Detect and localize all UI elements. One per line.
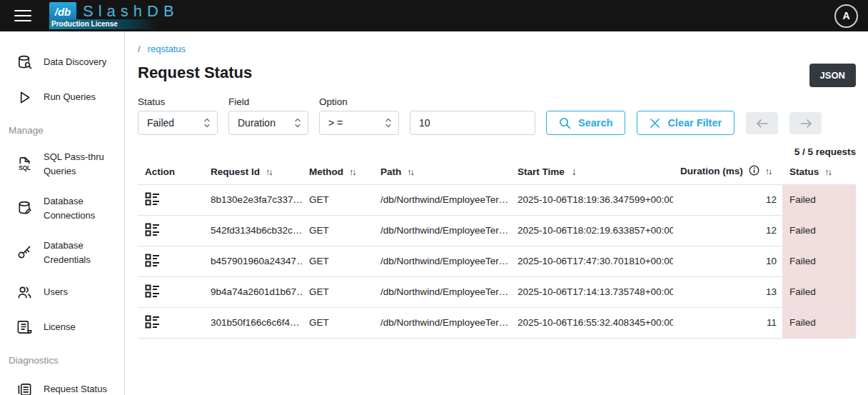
hamburger-menu-icon[interactable]: [14, 6, 31, 25]
sidebar-item-database-connections[interactable]: Database Connections: [0, 194, 124, 222]
svg-text:SQL: SQL: [19, 165, 31, 171]
report-icon: [16, 381, 33, 395]
sort-icon[interactable]: ↑↓: [266, 167, 272, 177]
logo-db-icon: /db: [49, 2, 76, 21]
request-id-cell: 8b130e2e3fa7c337…: [203, 184, 302, 215]
previous-page-button[interactable]: [746, 112, 778, 134]
sort-descending-icon[interactable]: ↓: [572, 166, 577, 177]
duration-cell: 12: [673, 215, 782, 246]
duration-cell: 11: [673, 307, 782, 338]
search-icon: [559, 117, 571, 129]
sidebar: Data Discovery Run Queries Manage SQL SQ…: [0, 31, 125, 395]
sidebar-item-label: Database Credentials: [44, 239, 121, 266]
request-id-cell: 301b50f166c6c6f4…: [203, 307, 302, 338]
field-select[interactable]: Duration: [228, 111, 308, 135]
search-button-label: Search: [578, 117, 612, 129]
sidebar-item-label: Data Discovery: [44, 55, 106, 69]
column-header-request-id[interactable]: Request Id↑↓: [203, 162, 302, 184]
sidebar-item-users[interactable]: Users: [0, 283, 124, 301]
path-cell: /db/Northwind/EmployeeTer…: [373, 246, 510, 276]
table-row: 301b50f166c6c6f4… GET /db/Northwind/Empl…: [138, 307, 856, 338]
method-cell: GET: [302, 307, 373, 338]
sidebar-section-manage: Manage: [0, 125, 124, 136]
sidebar-item-label: Users: [44, 285, 68, 299]
path-cell: /db/Northwind/EmployeeTer…: [373, 276, 510, 307]
column-header-method[interactable]: Method↑↓: [302, 162, 373, 184]
method-cell: GET: [302, 276, 373, 307]
start-time-cell: 2025-10-06T18:19:36.347599+00:00: [510, 184, 673, 215]
database-edit-icon: [16, 200, 33, 217]
clear-filter-button[interactable]: Clear Filter: [637, 111, 735, 135]
path-cell: /db/Northwind/EmployeeTer…: [373, 184, 510, 215]
page-title: Request Status: [138, 64, 252, 82]
sidebar-item-label: Run Queries: [44, 90, 96, 104]
start-time-cell: 2025-10-06T17:14:13.735748+00:00: [510, 276, 673, 307]
play-icon: [16, 89, 33, 106]
method-cell: GET: [302, 215, 373, 246]
sort-icon[interactable]: ↑↓: [824, 167, 831, 177]
column-header-start-time[interactable]: Start Time↓: [510, 162, 673, 184]
next-page-button[interactable]: [789, 112, 822, 134]
sidebar-item-label: Request Status: [44, 382, 107, 395]
license-scroll-icon: [16, 319, 33, 336]
duration-cell: 13: [673, 276, 782, 307]
sidebar-item-request-status[interactable]: Request Status: [0, 380, 124, 395]
json-button[interactable]: JSON: [809, 64, 856, 87]
sidebar-item-label: Database Connections: [44, 194, 121, 222]
option-select[interactable]: > =: [319, 111, 399, 135]
request-id-cell: 542fd3134b6cb32c…: [203, 215, 302, 246]
sidebar-item-database-credentials[interactable]: Database Credentials: [0, 239, 124, 266]
sidebar-item-run-queries[interactable]: Run Queries: [0, 88, 124, 106]
status-select[interactable]: Failed: [138, 111, 218, 135]
status-cell: Failed: [782, 215, 856, 246]
status-cell: Failed: [782, 307, 856, 338]
row-details-button[interactable]: [145, 221, 160, 239]
column-header-action: Action: [138, 162, 203, 184]
column-header-path[interactable]: Path↑↓: [373, 162, 510, 184]
clear-filter-button-label: Clear Filter: [667, 117, 722, 129]
duration-cell: 10: [673, 246, 782, 276]
user-avatar[interactable]: A: [834, 4, 858, 28]
table-row: 9b4a74a2601d1b67… GET /db/Northwind/Empl…: [138, 276, 856, 307]
request-id-cell: b457901960a24347…: [203, 246, 302, 276]
key-icon: [16, 244, 33, 261]
row-details-button[interactable]: [145, 252, 160, 269]
table-row: 8b130e2e3fa7c337… GET /db/Northwind/Empl…: [138, 184, 856, 215]
sidebar-item-sql-passthru-queries[interactable]: SQL SQL Pass-thru Queries: [0, 150, 124, 178]
status-cell: Failed: [782, 246, 856, 276]
status-cell: Failed: [782, 184, 856, 215]
method-cell: GET: [302, 246, 373, 276]
breadcrumb-link-reqstatus[interactable]: reqstatus: [148, 44, 186, 54]
field-filter-label: Field: [228, 96, 308, 107]
path-cell: /db/Northwind/EmployeeTer…: [373, 215, 510, 246]
status-select-value: Failed: [147, 117, 174, 129]
option-select-value: > =: [328, 117, 343, 129]
column-header-duration[interactable]: Duration (ms)↑↓: [673, 162, 782, 184]
start-time-cell: 2025-10-06T17:47:30.701810+00:00: [510, 246, 673, 276]
column-header-status[interactable]: Status↑↓: [782, 162, 856, 184]
start-time-cell: 2025-10-06T18:02:19.633857+00:00: [510, 215, 673, 246]
start-time-cell: 2025-10-06T16:55:32.408345+00:00: [510, 307, 673, 338]
top-bar: /db SlashDB Production License A: [0, 0, 868, 31]
sidebar-item-license[interactable]: License: [0, 318, 124, 336]
license-ribbon: Production License: [49, 19, 158, 29]
sidebar-item-data-discovery[interactable]: Data Discovery: [0, 53, 124, 71]
filter-bar: Status Failed Field Duration Option > =: [138, 96, 856, 135]
table-header-row: Action Request Id↑↓ Method↑↓ Path↑↓ Star…: [138, 162, 856, 184]
chevron-updown-icon: [294, 116, 301, 129]
search-button[interactable]: Search: [546, 111, 625, 135]
row-details-button[interactable]: [145, 283, 160, 300]
sort-icon[interactable]: ↑↓: [765, 166, 772, 176]
row-details-button[interactable]: [145, 191, 160, 208]
slashdb-logo[interactable]: /db SlashDB Production License: [49, 0, 192, 31]
sort-icon[interactable]: ↑↓: [407, 167, 413, 177]
duration-cell: 12: [673, 184, 782, 215]
sort-icon[interactable]: ↑↓: [349, 167, 355, 177]
method-cell: GET: [302, 184, 373, 215]
main-content: / reqstatus Request Status JSON Status F…: [125, 31, 868, 395]
chevron-updown-icon: [203, 116, 211, 129]
row-details-button[interactable]: [145, 314, 160, 331]
info-icon[interactable]: [749, 165, 760, 178]
filter-value-input[interactable]: [410, 111, 535, 135]
arrow-right-icon: [799, 119, 812, 129]
